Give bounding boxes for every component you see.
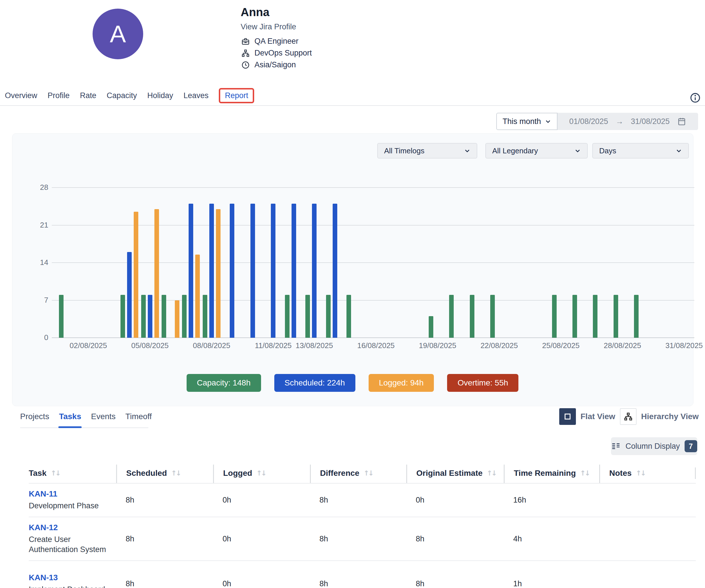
time-remaining-value: 1h	[504, 561, 599, 588]
capacity-bar[interactable]	[429, 316, 433, 338]
capacity-bar[interactable]	[121, 295, 125, 338]
chevron-down-icon	[464, 147, 470, 154]
capacity-bar[interactable]	[326, 295, 331, 338]
scheduled-bar[interactable]	[127, 252, 132, 338]
scheduled-value: 8h	[116, 484, 213, 517]
table-row: KAN-13 Implement Dashboard 8h 0h 8h 8h 1…	[29, 561, 696, 588]
flat-view-label: Flat View	[580, 412, 615, 421]
end-date[interactable]: 31/08/2025	[631, 117, 670, 126]
tab-events[interactable]: Events	[91, 412, 115, 421]
capacity-bar[interactable]	[593, 295, 598, 338]
capacity-bar[interactable]	[449, 295, 454, 338]
sort-icon[interactable]: ↑↓	[636, 469, 645, 477]
logged-bar[interactable]	[175, 300, 179, 338]
tab-capacity[interactable]: Capacity	[107, 91, 137, 100]
view-toggle-bar: Flat View Hierarchy View X|	[559, 407, 705, 426]
arrow-right-icon: →	[616, 117, 623, 126]
capacity-bar[interactable]	[182, 295, 187, 338]
unit-filter-select[interactable]: Days	[592, 143, 689, 159]
logged-bar[interactable]	[216, 209, 221, 338]
sort-icon[interactable]: ↑↓	[51, 469, 60, 477]
clock-icon	[241, 61, 250, 69]
scheduled-bar[interactable]	[230, 204, 234, 338]
capacity-bar[interactable]	[470, 295, 474, 338]
task-summary: Create User Authentication System	[29, 535, 113, 555]
scheduled-bar[interactable]	[148, 295, 152, 338]
logged-bar[interactable]	[195, 255, 200, 338]
sort-icon[interactable]: ↑↓	[486, 469, 496, 477]
capacity-bar[interactable]	[490, 295, 495, 338]
chevron-down-icon	[545, 118, 551, 125]
legend-overtime-chip[interactable]: Overtime: 55h	[447, 374, 518, 392]
tab-rate[interactable]: Rate	[80, 91, 96, 100]
original-estimate-value: 8h	[406, 561, 504, 588]
capacity-bar[interactable]	[59, 295, 63, 338]
logged-bar[interactable]	[154, 209, 159, 338]
sort-icon[interactable]: ↑↓	[364, 469, 373, 477]
col-header-task[interactable]: Task↑↓	[29, 464, 116, 483]
tabs-divider	[0, 105, 705, 106]
flat-view-button[interactable]	[559, 408, 576, 425]
task-key-link[interactable]: KAN-11	[29, 489, 113, 499]
main-tabs: Overview Profile Rate Capacity Holiday L…	[5, 90, 254, 101]
capacity-bar[interactable]	[285, 295, 289, 338]
sort-icon[interactable]: ↑↓	[580, 469, 589, 477]
tab-holiday[interactable]: Holiday	[147, 91, 173, 100]
col-header-original-estimate[interactable]: Original Estimate↑↓	[406, 464, 504, 483]
capacity-bar[interactable]	[306, 295, 310, 338]
unit-filter-value: Days	[599, 146, 616, 155]
logged-bar[interactable]	[134, 212, 138, 338]
legend-capacity-chip[interactable]: Capacity: 148h	[187, 374, 261, 392]
tab-tasks[interactable]: Tasks	[59, 412, 81, 421]
task-summary: Implement Dashboard	[29, 585, 113, 588]
col-header-difference[interactable]: Difference↑↓	[310, 464, 406, 483]
capacity-bar[interactable]	[141, 295, 146, 338]
scheduled-bar[interactable]	[209, 204, 214, 338]
view-jira-profile-link[interactable]: View Jira Profile	[241, 22, 296, 31]
timelogs-filter-select[interactable]: All Timelogs	[377, 143, 477, 159]
sort-icon[interactable]: ↑↓	[256, 469, 265, 477]
col-header-time-remaining[interactable]: Time Remaining↑↓	[504, 464, 599, 483]
legendary-filter-select[interactable]: All Legendary	[485, 143, 588, 159]
sort-icon[interactable]: ↑↓	[171, 469, 180, 477]
capacity-bar[interactable]	[203, 295, 207, 338]
capacity-bar[interactable]	[346, 295, 351, 338]
legend-logged-chip[interactable]: Logged: 94h	[369, 374, 434, 392]
scheduled-bar[interactable]	[189, 204, 193, 338]
task-key-link[interactable]: KAN-12	[29, 523, 113, 532]
hierarchy-view-button[interactable]	[620, 408, 637, 425]
capacity-bar[interactable]	[614, 295, 618, 338]
tab-overview[interactable]: Overview	[5, 91, 37, 100]
scheduled-bar[interactable]	[312, 204, 317, 338]
capacity-bar[interactable]	[161, 295, 166, 338]
task-key-link[interactable]: KAN-13	[29, 573, 113, 582]
capacity-bar[interactable]	[572, 295, 577, 338]
capacity-bar[interactable]	[552, 295, 557, 338]
original-estimate-value: 8h	[406, 517, 504, 560]
col-header-scheduled[interactable]: Scheduled↑↓	[116, 464, 213, 483]
detail-tabs: Projects Tasks Events Timeoff	[20, 412, 148, 428]
tab-timeoff[interactable]: Timeoff	[125, 412, 152, 421]
scheduled-bar[interactable]	[291, 204, 296, 338]
col-header-notes[interactable]: Notes↑↓	[599, 464, 696, 483]
task-summary: Development Phase	[29, 501, 113, 511]
square-icon	[563, 412, 572, 421]
tab-report[interactable]: Report	[225, 91, 248, 100]
legend-scheduled-chip[interactable]: Scheduled: 224h	[274, 374, 356, 392]
start-date[interactable]: 01/08/2025	[569, 117, 608, 126]
tab-leaves[interactable]: Leaves	[183, 91, 208, 100]
capacity-bar[interactable]	[634, 295, 639, 338]
calendar-icon[interactable]	[677, 117, 686, 126]
scheduled-bar[interactable]	[250, 204, 255, 338]
date-range[interactable]: 01/08/2025 → 31/08/2025	[558, 113, 698, 130]
task-cell: KAN-11 Development Phase	[29, 484, 116, 517]
period-preset-select[interactable]: This month	[496, 113, 558, 130]
role-row: QA Engineer	[241, 37, 312, 46]
scheduled-bar[interactable]	[333, 204, 337, 338]
col-header-logged[interactable]: Logged↑↓	[213, 464, 310, 483]
tab-profile[interactable]: Profile	[48, 91, 70, 100]
info-icon[interactable]	[690, 92, 701, 103]
scheduled-bar[interactable]	[271, 204, 275, 338]
tab-projects[interactable]: Projects	[20, 412, 49, 421]
column-display-button[interactable]: Column Display 7	[611, 437, 697, 455]
